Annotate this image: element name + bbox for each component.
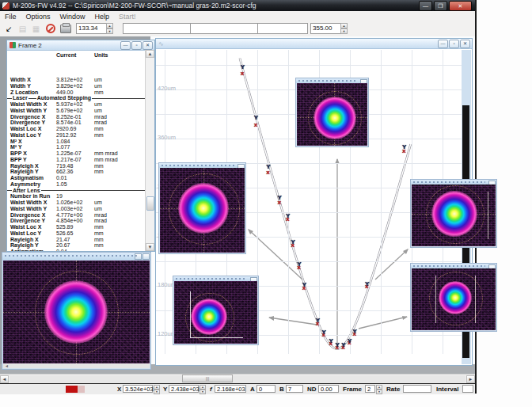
pointer-tool-icon[interactable]: ↙ bbox=[3, 23, 15, 34]
toolbar-field-1[interactable] bbox=[123, 23, 191, 34]
data-point-y: Y bbox=[316, 318, 320, 324]
frame-restore-button[interactable]: ▫ bbox=[131, 41, 142, 50]
gain-spinner[interactable]: ▲▼ bbox=[106, 23, 113, 34]
data-point-y: Y bbox=[291, 239, 295, 245]
app-icon bbox=[2, 2, 10, 10]
frame-minimize-button[interactable]: — bbox=[120, 41, 131, 50]
scroll-right-icon[interactable]: ► bbox=[466, 375, 475, 383]
wavelength-input[interactable]: 355.00 bbox=[310, 23, 342, 34]
grid-line bbox=[381, 50, 382, 354]
data-point-x: x bbox=[254, 122, 257, 128]
beam-window-title-bar[interactable] bbox=[2, 253, 150, 261]
table-row: Waist Width Y5.679e+02um bbox=[7, 108, 146, 114]
chart-restore-button[interactable]: ▫ bbox=[449, 40, 459, 48]
cursor-x-spinner[interactable]: ▲▼ bbox=[154, 385, 160, 394]
title-bar[interactable]: M-200s-FW v4.92 -- C:\Spiricon\M2-200-FW… bbox=[0, 0, 475, 11]
table-row: Divergence X4.777e+00mrad bbox=[7, 212, 146, 219]
beam-image bbox=[174, 281, 257, 344]
beam-spot bbox=[191, 299, 227, 335]
hscroll-thumb[interactable]: ||| bbox=[182, 375, 233, 382]
frame-close-button[interactable]: ✕ bbox=[142, 41, 153, 50]
beam-minimize-icon[interactable] bbox=[135, 253, 142, 260]
data-point-y: Y bbox=[348, 338, 352, 344]
data-point-y: Y bbox=[254, 115, 258, 121]
data-point-y: Y bbox=[241, 64, 245, 70]
cursor-y-spinner[interactable]: ▲▼ bbox=[200, 385, 206, 394]
chart-title-bar[interactable]: ∿ — ▫ ✕ bbox=[156, 39, 472, 49]
frame-label: Frame bbox=[343, 386, 362, 393]
nd-label: ND bbox=[307, 386, 317, 393]
chart-minimize-button[interactable]: — bbox=[438, 40, 448, 48]
data-point-y: Y bbox=[266, 164, 270, 170]
table-row: Divergence X8.252e-01mrad bbox=[7, 114, 146, 120]
f-value: 2.168e+03 bbox=[215, 385, 246, 393]
maximize-button[interactable]: ❐ bbox=[434, 1, 447, 11]
data-point-y: Y bbox=[353, 329, 357, 335]
toolbar-field-2[interactable] bbox=[190, 23, 258, 34]
data-point-y: Y bbox=[335, 342, 339, 348]
minimize-button[interactable]: — bbox=[419, 1, 432, 11]
close-button[interactable]: ✕ bbox=[449, 1, 472, 11]
beam-image bbox=[412, 268, 496, 330]
table-section-separator: After Lens bbox=[7, 188, 146, 194]
table-row: Waist Width X5.937e+02um bbox=[7, 101, 146, 108]
table-row: Z Location449.00mm bbox=[7, 89, 146, 96]
y-tick-label: 420um bbox=[158, 85, 176, 92]
cursor-y-label: Y bbox=[163, 386, 167, 393]
data-point-y: Y bbox=[286, 213, 290, 219]
menu-window[interactable]: Window bbox=[55, 13, 90, 21]
chart-close-button[interactable]: ✕ bbox=[460, 40, 470, 48]
table-row: Waist Width X1.026e+02um bbox=[7, 200, 146, 206]
y-tick-label: 360um bbox=[158, 134, 176, 141]
rate-label: Rate bbox=[386, 386, 400, 393]
frame-panel-scrollbar[interactable]: ▲ ▼ bbox=[145, 50, 154, 251]
beam-window-top bbox=[295, 78, 369, 147]
gain-input[interactable]: 133.34 bbox=[76, 23, 108, 34]
frame-scrollbar-thumb[interactable] bbox=[146, 196, 154, 211]
beam-close-icon[interactable] bbox=[142, 253, 150, 260]
beam-spot bbox=[44, 280, 108, 344]
results-table: CurrentUnits Width X3.812e+02umWidth Y3.… bbox=[7, 50, 146, 251]
table-row: Number in Run19 bbox=[7, 193, 146, 200]
beam-window-main: ◄ bbox=[2, 252, 151, 370]
table-row: Rayleigh Y20.67mm bbox=[7, 242, 146, 249]
beam-hscrollbar[interactable]: ◄ bbox=[3, 363, 150, 368]
beam-image bbox=[412, 184, 496, 246]
analysis-icon[interactable]: ▦ bbox=[30, 23, 42, 34]
capture-icon[interactable]: ▤ bbox=[17, 23, 28, 34]
menu-bar: File Options Window Help Start! bbox=[0, 11, 475, 22]
scroll-down-icon[interactable]: ▼ bbox=[146, 243, 154, 251]
menu-options[interactable]: Options bbox=[21, 13, 55, 21]
toolbar-field-3[interactable] bbox=[257, 23, 308, 34]
menu-help[interactable]: Help bbox=[90, 13, 115, 21]
table-row: Width Y3.829e+02um bbox=[7, 83, 146, 89]
table-row: Waist Width Y1.003e+02um bbox=[7, 206, 146, 212]
wavelength-spinner[interactable]: ▲▼ bbox=[340, 23, 348, 34]
table-section-separator: LaserAutomated Stepping bbox=[7, 95, 146, 101]
table-row: Waist Loc X525.89mm bbox=[7, 224, 146, 230]
table-row: Waist Loc Y2912.92mm bbox=[7, 132, 146, 139]
grid-line bbox=[288, 50, 289, 354]
menu-file[interactable]: File bbox=[0, 13, 21, 21]
interval-label: Interval bbox=[436, 386, 458, 393]
table-header: CurrentUnits bbox=[7, 52, 146, 59]
frame-results-window: Frame 2 — ▫ ✕ CurrentUnits Width X3.812e… bbox=[6, 40, 155, 252]
rate-value bbox=[403, 385, 431, 393]
beam-window-right-bottom bbox=[410, 263, 497, 332]
beam-spot bbox=[178, 183, 229, 234]
beam-image bbox=[3, 261, 150, 363]
menu-start[interactable]: Start! bbox=[114, 13, 141, 21]
beam-image bbox=[297, 83, 367, 146]
data-point-y: Y bbox=[322, 329, 326, 336]
data-point-y: Y bbox=[302, 282, 306, 288]
frame-spinner[interactable]: ▲▼ bbox=[376, 385, 382, 394]
data-point-x: x bbox=[241, 70, 244, 77]
table-row: Width X3.812e+02um bbox=[7, 77, 146, 83]
table-row: Rayleigh Y662.36mm bbox=[7, 169, 146, 175]
data-point-y: Y bbox=[365, 281, 369, 287]
scroll-left-icon[interactable]: ◄ bbox=[0, 375, 9, 383]
scroll-up-icon[interactable]: ▲ bbox=[146, 50, 154, 58]
print-icon[interactable] bbox=[59, 23, 71, 34]
stop-icon[interactable] bbox=[44, 23, 56, 34]
frame-number-value: 2 bbox=[365, 385, 375, 393]
